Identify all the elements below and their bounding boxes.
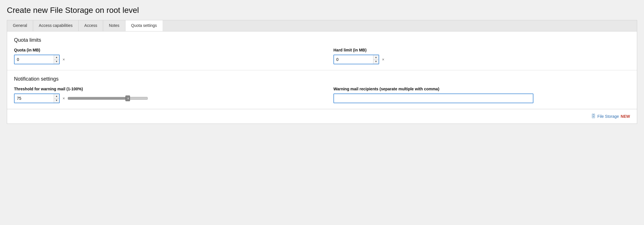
threshold-field-group: Threshold for warning mail (1-100%) ▲ ▼ … [14,87,311,103]
threshold-slider-wrapper [68,95,148,101]
tab-general[interactable]: General [7,20,33,31]
threshold-spinner: ▲ ▼ [54,94,59,103]
notification-settings-section: Notification settings Threshold for warn… [7,70,637,109]
recipients-label: Warning mail recipients (separate multip… [333,87,630,91]
badge-file-storage-text: File Storage [597,114,619,119]
threshold-clear-button[interactable]: × [61,95,66,101]
quota-input-controls: ▲ ▼ × [14,55,311,64]
threshold-input-wrapper: ▲ ▼ [14,93,60,103]
tabs-bar: General Access capabilities Access Notes… [7,20,637,31]
threshold-slider-bg [68,97,148,100]
recipients-input[interactable] [334,94,533,103]
hard-limit-spinner-down[interactable]: ▼ [373,60,379,64]
file-storage-badge: 🗄 File Storage NEW [591,114,630,119]
quota-limits-title: Quota limits [14,37,630,43]
threshold-slider-track [68,95,148,101]
hard-limit-label: Hard limit (in MB) [333,48,630,52]
quota-clear-button[interactable]: × [61,57,66,62]
quota-label: Quota (in MB) [14,48,311,52]
tab-quota-settings[interactable]: Quota settings [125,20,163,31]
threshold-spinner-down[interactable]: ▼ [54,99,59,103]
file-storage-icon: 🗄 [591,114,596,119]
quota-form-row: Quota (in MB) ▲ ▼ × Hard limit (in MB) [14,48,630,64]
quota-limits-section: Quota limits Quota (in MB) ▲ ▼ × [7,31,637,70]
quota-input-wrapper: ▲ ▼ [14,55,60,64]
threshold-spinner-up[interactable]: ▲ [54,94,59,99]
hard-limit-spinner: ▲ ▼ [373,55,379,64]
quota-input[interactable] [15,57,54,62]
tab-notes[interactable]: Notes [103,20,125,31]
recipients-field-group: Warning mail recipients (separate multip… [333,87,630,103]
threshold-input-controls: ▲ ▼ × [14,93,311,103]
quota-spinner: ▲ ▼ [54,55,59,64]
hard-limit-field-group: Hard limit (in MB) ▲ ▼ × [333,48,630,64]
hard-limit-input-wrapper: ▲ ▼ [333,55,379,64]
tab-access[interactable]: Access [79,20,103,31]
tab-access-capabilities[interactable]: Access capabilities [33,20,79,31]
threshold-input[interactable] [15,96,54,101]
hard-limit-clear-button[interactable]: × [381,57,385,62]
hard-limit-spinner-up[interactable]: ▲ [373,55,379,60]
quota-spinner-up[interactable]: ▲ [54,55,59,60]
footer-bar: 🗄 File Storage NEW [7,109,637,124]
page-title: Create new File Storage on root level [7,6,637,15]
notification-form-row: Threshold for warning mail (1-100%) ▲ ▼ … [14,87,630,103]
badge-new-text: NEW [621,114,630,119]
quota-spinner-down[interactable]: ▼ [54,60,59,64]
tab-content: Quota limits Quota (in MB) ▲ ▼ × [7,31,637,109]
recipients-input-wrapper [333,93,533,103]
threshold-label: Threshold for warning mail (1-100%) [14,87,311,91]
threshold-slider-handle[interactable] [125,95,130,101]
hard-limit-input-controls: ▲ ▼ × [333,55,630,64]
hard-limit-input[interactable] [334,57,373,62]
quota-field-group: Quota (in MB) ▲ ▼ × [14,48,311,64]
notification-settings-title: Notification settings [14,76,630,82]
